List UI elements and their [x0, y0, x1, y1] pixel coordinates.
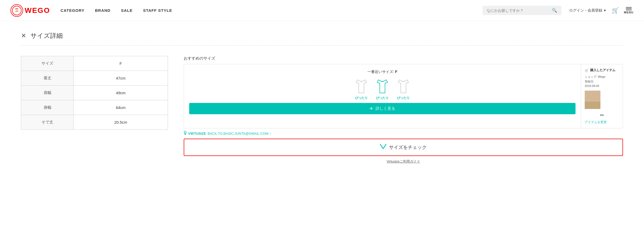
header: WE GO WEGO CATEGORY BRAND SALE STAFF STY… — [0, 0, 644, 21]
size-label-cell: サイズ — [21, 56, 74, 71]
garment-item-3: ぴったり — [397, 79, 410, 100]
cart-small-icon: 🛒 — [585, 69, 589, 72]
eye-icon: 👁 — [369, 106, 373, 111]
width-label-cell: 身幅 — [21, 100, 74, 115]
logo-link[interactable]: WE GO WEGO — [10, 4, 50, 17]
svg-text:GO: GO — [15, 10, 18, 12]
nav-item-category[interactable]: CATEGORY — [61, 8, 85, 13]
virtusize-v-icon — [380, 144, 386, 151]
shoulder-label-cell: 肩幅 — [21, 86, 74, 100]
item-thumbnail — [585, 91, 600, 109]
login-button[interactable]: ログイン・会員登録 ▼ — [569, 8, 606, 13]
virtusize-widget: 一番近いサイズ: F ぴったり — [184, 64, 623, 128]
search-box: 🔍 — [483, 6, 561, 15]
details-button[interactable]: 👁 詳しく見る — [189, 103, 576, 114]
garment-icons: ぴったり ぴったり — [189, 79, 576, 100]
divider — [21, 45, 623, 45]
nearest-size: 一番近いサイズ: F — [189, 70, 576, 74]
table-row: 肩幅 49cm — [21, 86, 168, 100]
shop-info: ショップ: Wego 登録日: 2019.09.04 — [585, 75, 619, 88]
sleeve-label-cell: そで丈 — [21, 115, 74, 130]
content-area: サイズ F 着丈 47cm 肩幅 49cm 身幅 64cm そで丈 20.5 — [21, 56, 623, 164]
hamburger-icon — [626, 7, 632, 10]
header-right: ログイン・会員登録 ▼ 🛒 MENU — [569, 7, 634, 14]
nav-item-brand[interactable]: BRAND — [95, 8, 110, 13]
close-icon: ✕ — [21, 32, 26, 39]
svg-text:WE: WE — [15, 8, 18, 10]
fit-label-2: ぴったり — [376, 96, 389, 100]
search-icon: 🔍 — [552, 8, 557, 13]
compare-icon: ⇔ — [585, 112, 619, 118]
table-row: そで丈 20.5cm — [21, 115, 168, 130]
size-value-cell: F — [74, 56, 168, 71]
virtusize-link[interactable]: V̈ VIRTUSIZE BACK.TO.BASIC.JUNTA@GMAIL.C… — [184, 131, 623, 136]
width-value-cell: 64cm — [74, 100, 168, 115]
main-nav: CATEGORY BRAND SALE STAFF STYLE — [61, 8, 475, 13]
length-value-cell: 47cm — [74, 71, 168, 86]
v-logo-small: V̈ — [184, 131, 187, 136]
widget-left: 一番近いサイズ: F ぴったり — [184, 64, 581, 128]
logo-text: WEGO — [25, 6, 50, 15]
logo-circle: WE GO — [10, 4, 23, 17]
garment-item-2: ぴったり — [376, 79, 389, 100]
nav-item-staff-style[interactable]: STAFF STYLE — [143, 8, 172, 13]
purchased-title: 🛒 購入したアイテム — [585, 68, 619, 72]
page-title: サイズ詳細 — [30, 32, 63, 40]
right-panel: おすすめのサイズ 一番近いサイズ: F — [184, 56, 623, 164]
fit-label-3: ぴったり — [397, 96, 410, 100]
main-content: ✕ サイズ詳細 サイズ F 着丈 47cm 肩幅 49cm 身幅 — [0, 21, 644, 174]
cart-button[interactable]: 🛒 — [612, 7, 619, 14]
page-title-area: ✕ サイズ詳細 — [21, 32, 623, 40]
widget-right: 🛒 購入したアイテム ショップ: Wego 登録日: 2019.09.04 ⇔ … — [581, 64, 623, 128]
size-table: サイズ F 着丈 47cm 肩幅 49cm 身幅 64cm そで丈 20.5 — [21, 56, 168, 130]
usage-guide-link[interactable]: Virtusizeご利用ガイド — [184, 159, 623, 164]
shirt-icon-3 — [397, 79, 410, 94]
menu-button[interactable]: MENU — [624, 7, 634, 14]
sleeve-value-cell: 20.5cm — [74, 115, 168, 130]
table-row: 着丈 47cm — [21, 71, 168, 86]
check-size-button[interactable]: サイズをチェック — [184, 139, 623, 156]
change-item-link[interactable]: アイテムを変更 — [585, 120, 619, 124]
shoulder-value-cell: 49cm — [74, 86, 168, 100]
shirt-icon-2 — [376, 79, 389, 94]
recommended-label: おすすめのサイズ — [184, 56, 623, 61]
widget-main: 一番近いサイズ: F ぴったり — [184, 64, 623, 128]
nav-item-sale[interactable]: SALE — [121, 8, 133, 13]
shirt-icon-1 — [355, 79, 368, 94]
table-row: 身幅 64cm — [21, 100, 168, 115]
chevron-down-icon: ▼ — [603, 9, 606, 12]
garment-item-1: ぴったり — [355, 79, 368, 100]
table-row: サイズ F — [21, 56, 168, 71]
fit-label-1: ぴったり — [355, 96, 368, 100]
length-label-cell: 着丈 — [21, 71, 74, 86]
search-input[interactable] — [487, 8, 552, 13]
